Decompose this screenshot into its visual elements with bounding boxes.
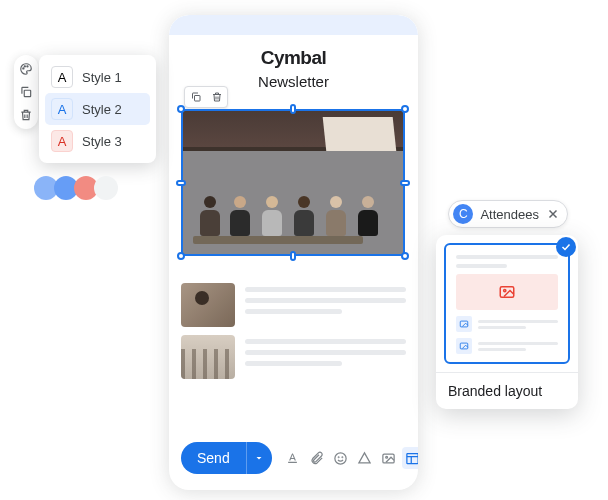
- check-icon: [556, 237, 576, 257]
- content-row: [181, 283, 406, 327]
- image-placeholder-icon: [456, 274, 558, 310]
- text-placeholder: [245, 283, 406, 327]
- trash-icon[interactable]: [17, 106, 35, 124]
- style-option-2[interactable]: A Style 2: [45, 93, 150, 125]
- svg-point-12: [504, 289, 506, 291]
- svg-point-1: [339, 456, 340, 457]
- layout-card[interactable]: Branded layout: [436, 235, 578, 409]
- copy-icon[interactable]: [17, 83, 35, 101]
- selection-frame: [181, 109, 405, 256]
- content-row: [181, 335, 406, 379]
- color-swatches: [34, 176, 118, 200]
- resize-handle[interactable]: [401, 105, 409, 113]
- resize-handle[interactable]: [177, 252, 185, 260]
- drive-icon[interactable]: [354, 447, 376, 469]
- delete-block-button[interactable]: [206, 87, 227, 107]
- style-picker: A Style 1 A Style 2 A Style 3: [39, 55, 156, 163]
- svg-rect-10: [24, 90, 30, 96]
- svg-point-0: [335, 452, 346, 463]
- style-chip: A: [51, 98, 73, 120]
- chip-avatar: C: [453, 204, 473, 224]
- style-option-1[interactable]: A Style 1: [45, 61, 150, 93]
- svg-point-8: [24, 66, 25, 67]
- attendees-chip[interactable]: C Attendees: [448, 200, 568, 228]
- thumb-placeholder-icon: [456, 338, 472, 354]
- send-button[interactable]: Send: [181, 442, 246, 474]
- copy-block-button[interactable]: [185, 87, 206, 107]
- close-icon[interactable]: [546, 207, 560, 221]
- svg-rect-5: [407, 453, 418, 463]
- thumbnail-image[interactable]: [181, 335, 235, 379]
- style-chip: A: [51, 130, 73, 152]
- svg-point-4: [386, 456, 388, 458]
- svg-point-9: [27, 66, 28, 67]
- text-format-icon[interactable]: [282, 447, 304, 469]
- chip-label: Attendees: [480, 207, 539, 222]
- style-option-3[interactable]: A Style 3: [45, 125, 150, 157]
- thumbnail-image[interactable]: [181, 283, 235, 327]
- resize-handle[interactable]: [400, 180, 410, 186]
- color-swatch[interactable]: [94, 176, 118, 200]
- style-chip: A: [51, 66, 73, 88]
- editor-header: [169, 15, 418, 35]
- style-label: Style 2: [82, 102, 122, 117]
- resize-handle[interactable]: [177, 105, 185, 113]
- side-tool-strip: [14, 55, 38, 129]
- selection-toolbar: [184, 86, 228, 108]
- insert-image-icon[interactable]: [378, 447, 400, 469]
- svg-point-7: [23, 68, 24, 69]
- palette-icon[interactable]: [17, 60, 35, 78]
- thumb-placeholder-icon: [456, 316, 472, 332]
- resize-handle[interactable]: [290, 104, 296, 114]
- svg-point-2: [342, 456, 343, 457]
- brand-logo: Cymbal: [169, 47, 418, 69]
- emoji-icon[interactable]: [330, 447, 352, 469]
- layout-preview: [444, 243, 570, 364]
- style-label: Style 3: [82, 134, 122, 149]
- resize-handle[interactable]: [290, 251, 296, 261]
- attach-icon[interactable]: [306, 447, 328, 469]
- compose-toolbar: Send: [181, 438, 406, 478]
- layout-icon[interactable]: [402, 447, 418, 469]
- resize-handle[interactable]: [401, 252, 409, 260]
- layout-card-label: Branded layout: [436, 372, 578, 409]
- selected-image-block[interactable]: [181, 109, 405, 256]
- style-label: Style 1: [82, 70, 122, 85]
- resize-handle[interactable]: [176, 180, 186, 186]
- svg-rect-6: [194, 96, 200, 102]
- send-button-group: Send: [181, 442, 272, 474]
- send-dropdown-button[interactable]: [246, 442, 272, 474]
- text-placeholder: [245, 335, 406, 379]
